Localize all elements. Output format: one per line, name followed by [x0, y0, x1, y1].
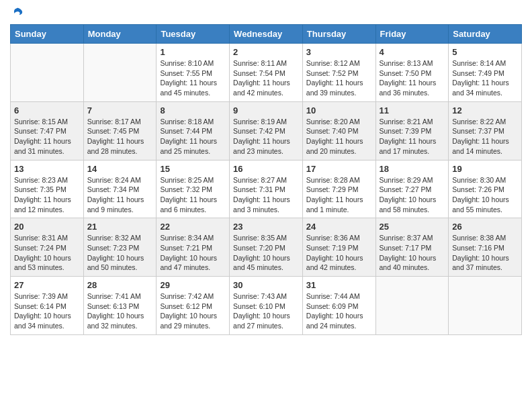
day-info: Sunrise: 8:32 AMSunset: 7:23 PMDaylight:… — [87, 233, 153, 273]
day-info: Sunrise: 8:19 AMSunset: 7:42 PMDaylight:… — [233, 117, 299, 156]
day-number: 28 — [87, 280, 153, 290]
day-number: 20 — [14, 222, 80, 232]
calendar-cell: 11Sunrise: 8:21 AMSunset: 7:39 PMDayligh… — [375, 101, 449, 160]
day-info: Sunrise: 8:31 AMSunset: 7:24 PMDaylight:… — [14, 233, 80, 273]
calendar-cell: 24Sunrise: 8:36 AMSunset: 7:19 PMDayligh… — [302, 218, 375, 277]
day-info: Sunrise: 7:43 AMSunset: 6:10 PMDaylight:… — [233, 291, 299, 331]
day-info: Sunrise: 8:23 AMSunset: 7:35 PMDaylight:… — [14, 175, 80, 215]
day-info: Sunrise: 8:22 AMSunset: 7:37 PMDaylight:… — [452, 117, 518, 156]
calendar-table: SundayMondayTuesdayWednesdayThursdayFrid… — [10, 24, 522, 335]
day-info: Sunrise: 8:10 AMSunset: 7:55 PMDaylight:… — [160, 58, 226, 98]
weekday-header-monday: Monday — [83, 25, 157, 44]
day-number: 2 — [233, 47, 299, 57]
day-info: Sunrise: 8:30 AMSunset: 7:26 PMDaylight:… — [452, 175, 518, 215]
day-number: 15 — [160, 164, 226, 174]
day-info: Sunrise: 8:34 AMSunset: 7:21 PMDaylight:… — [160, 233, 226, 273]
day-number: 3 — [306, 47, 372, 57]
calendar-cell — [11, 44, 84, 102]
day-number: 10 — [306, 105, 372, 116]
day-number: 9 — [233, 105, 299, 116]
day-info: Sunrise: 8:29 AMSunset: 7:27 PMDaylight:… — [380, 175, 445, 215]
calendar-cell: 10Sunrise: 8:20 AMSunset: 7:40 PMDayligh… — [302, 101, 375, 160]
calendar-cell: 22Sunrise: 8:34 AMSunset: 7:21 PMDayligh… — [157, 218, 230, 277]
day-number: 18 — [380, 164, 445, 174]
day-info: Sunrise: 8:38 AMSunset: 7:16 PMDaylight:… — [452, 233, 518, 273]
calendar-cell: 29Sunrise: 7:42 AMSunset: 6:12 PMDayligh… — [157, 277, 230, 335]
calendar-week-3: 13Sunrise: 8:23 AMSunset: 7:35 PMDayligh… — [11, 160, 522, 218]
day-info: Sunrise: 7:42 AMSunset: 6:12 PMDaylight:… — [160, 291, 226, 331]
day-info: Sunrise: 8:20 AMSunset: 7:40 PMDaylight:… — [306, 117, 372, 156]
day-info: Sunrise: 8:27 AMSunset: 7:31 PMDaylight:… — [233, 175, 299, 215]
calendar-cell — [83, 44, 157, 102]
header — [10, 7, 522, 19]
day-info: Sunrise: 7:44 AMSunset: 6:09 PMDaylight:… — [306, 291, 372, 331]
day-number: 26 — [452, 222, 518, 232]
calendar-cell — [375, 277, 449, 335]
calendar-cell: 19Sunrise: 8:30 AMSunset: 7:26 PMDayligh… — [449, 160, 522, 218]
calendar-cell: 15Sunrise: 8:25 AMSunset: 7:32 PMDayligh… — [157, 160, 230, 218]
day-number: 22 — [160, 222, 226, 232]
day-number: 30 — [233, 280, 299, 290]
calendar-cell: 6Sunrise: 8:15 AMSunset: 7:47 PMDaylight… — [11, 101, 84, 160]
day-number: 5 — [452, 47, 518, 57]
day-number: 17 — [306, 164, 372, 174]
calendar-cell: 23Sunrise: 8:35 AMSunset: 7:20 PMDayligh… — [230, 218, 303, 277]
calendar-cell: 8Sunrise: 8:18 AMSunset: 7:44 PMDaylight… — [157, 101, 230, 160]
day-info: Sunrise: 8:17 AMSunset: 7:45 PMDaylight:… — [87, 117, 153, 156]
weekday-header-tuesday: Tuesday — [157, 25, 230, 44]
weekday-header-friday: Friday — [375, 25, 449, 44]
day-info: Sunrise: 8:25 AMSunset: 7:32 PMDaylight:… — [160, 175, 226, 215]
calendar-header-row: SundayMondayTuesdayWednesdayThursdayFrid… — [11, 25, 522, 44]
day-info: Sunrise: 8:24 AMSunset: 7:34 PMDaylight:… — [87, 175, 153, 215]
day-info: Sunrise: 8:37 AMSunset: 7:17 PMDaylight:… — [380, 233, 445, 273]
weekday-header-wednesday: Wednesday — [230, 25, 303, 44]
calendar-cell: 30Sunrise: 7:43 AMSunset: 6:10 PMDayligh… — [230, 277, 303, 335]
calendar-cell: 5Sunrise: 8:14 AMSunset: 7:49 PMDaylight… — [449, 44, 522, 102]
day-number: 13 — [14, 164, 80, 174]
calendar-cell: 25Sunrise: 8:37 AMSunset: 7:17 PMDayligh… — [375, 218, 449, 277]
day-number: 12 — [452, 105, 518, 116]
day-info: Sunrise: 8:18 AMSunset: 7:44 PMDaylight:… — [160, 117, 226, 156]
calendar-week-5: 27Sunrise: 7:39 AMSunset: 6:14 PMDayligh… — [11, 277, 522, 335]
calendar-cell: 2Sunrise: 8:11 AMSunset: 7:54 PMDaylight… — [230, 44, 303, 102]
weekday-header-thursday: Thursday — [302, 25, 375, 44]
day-info: Sunrise: 8:11 AMSunset: 7:54 PMDaylight:… — [233, 58, 299, 98]
calendar-week-4: 20Sunrise: 8:31 AMSunset: 7:24 PMDayligh… — [11, 218, 522, 277]
calendar-cell: 3Sunrise: 8:12 AMSunset: 7:52 PMDaylight… — [302, 44, 375, 102]
day-number: 11 — [380, 105, 445, 116]
calendar-cell: 4Sunrise: 8:13 AMSunset: 7:50 PMDaylight… — [375, 44, 449, 102]
day-info: Sunrise: 8:28 AMSunset: 7:29 PMDaylight:… — [306, 175, 372, 215]
day-number: 24 — [306, 222, 372, 232]
day-number: 4 — [380, 47, 445, 57]
logo-text — [10, 7, 24, 19]
day-info: Sunrise: 8:15 AMSunset: 7:47 PMDaylight:… — [14, 117, 80, 156]
calendar-cell: 1Sunrise: 8:10 AMSunset: 7:55 PMDaylight… — [157, 44, 230, 102]
day-number: 8 — [160, 105, 226, 116]
day-info: Sunrise: 8:14 AMSunset: 7:49 PMDaylight:… — [452, 58, 518, 98]
day-number: 1 — [160, 47, 226, 57]
day-info: Sunrise: 8:12 AMSunset: 7:52 PMDaylight:… — [306, 58, 372, 98]
calendar-cell: 26Sunrise: 8:38 AMSunset: 7:16 PMDayligh… — [449, 218, 522, 277]
calendar-cell: 18Sunrise: 8:29 AMSunset: 7:27 PMDayligh… — [375, 160, 449, 218]
day-info: Sunrise: 7:39 AMSunset: 6:14 PMDaylight:… — [14, 291, 80, 331]
calendar-cell: 16Sunrise: 8:27 AMSunset: 7:31 PMDayligh… — [230, 160, 303, 218]
weekday-header-sunday: Sunday — [11, 25, 84, 44]
day-number: 23 — [233, 222, 299, 232]
calendar-cell: 20Sunrise: 8:31 AMSunset: 7:24 PMDayligh… — [11, 218, 84, 277]
day-number: 27 — [14, 280, 80, 290]
page: SundayMondayTuesdayWednesdayThursdayFrid… — [0, 0, 532, 342]
day-number: 21 — [87, 222, 153, 232]
calendar-cell: 17Sunrise: 8:28 AMSunset: 7:29 PMDayligh… — [302, 160, 375, 218]
day-number: 7 — [87, 105, 153, 116]
day-number: 29 — [160, 280, 226, 290]
day-number: 31 — [306, 280, 372, 290]
day-number: 19 — [452, 164, 518, 174]
calendar-cell: 13Sunrise: 8:23 AMSunset: 7:35 PMDayligh… — [11, 160, 84, 218]
logo-bird-icon — [11, 7, 24, 19]
calendar-cell: 21Sunrise: 8:32 AMSunset: 7:23 PMDayligh… — [83, 218, 157, 277]
day-info: Sunrise: 8:36 AMSunset: 7:19 PMDaylight:… — [306, 233, 372, 273]
day-info: Sunrise: 8:13 AMSunset: 7:50 PMDaylight:… — [380, 58, 445, 98]
calendar-week-2: 6Sunrise: 8:15 AMSunset: 7:47 PMDaylight… — [11, 101, 522, 160]
day-number: 14 — [87, 164, 153, 174]
calendar-cell: 27Sunrise: 7:39 AMSunset: 6:14 PMDayligh… — [11, 277, 84, 335]
